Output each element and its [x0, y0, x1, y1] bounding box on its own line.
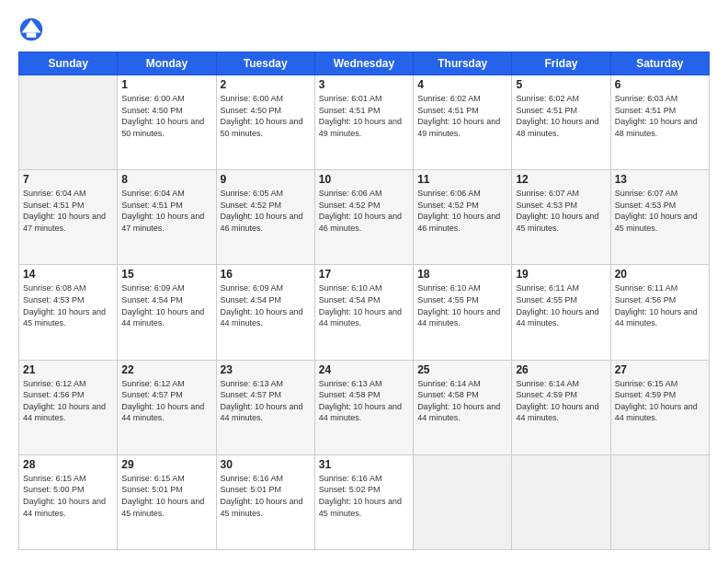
day-number: 29	[121, 458, 211, 471]
day-info: Sunrise: 6:15 AMSunset: 4:59 PMDaylight:…	[615, 378, 705, 424]
week-row-1: 1Sunrise: 6:00 AMSunset: 4:50 PMDaylight…	[19, 75, 710, 170]
calendar-cell: 14Sunrise: 6:08 AMSunset: 4:53 PMDayligh…	[19, 265, 118, 360]
day-info: Sunrise: 6:14 AMSunset: 4:59 PMDaylight:…	[516, 378, 606, 424]
day-info: Sunrise: 6:14 AMSunset: 4:58 PMDaylight:…	[417, 378, 507, 424]
calendar-cell: 22Sunrise: 6:12 AMSunset: 4:57 PMDayligh…	[118, 360, 216, 454]
calendar-cell: 7Sunrise: 6:04 AMSunset: 4:51 PMDaylight…	[19, 170, 118, 265]
day-number: 8	[121, 173, 211, 186]
calendar-cell: 12Sunrise: 6:07 AMSunset: 4:53 PMDayligh…	[512, 170, 610, 265]
calendar-cell	[512, 454, 610, 549]
calendar-cell: 15Sunrise: 6:09 AMSunset: 4:54 PMDayligh…	[118, 265, 216, 360]
day-number: 4	[417, 78, 507, 91]
day-number: 28	[23, 458, 113, 471]
day-number: 15	[121, 268, 211, 281]
day-info: Sunrise: 6:01 AMSunset: 4:51 PMDaylight:…	[319, 93, 409, 139]
day-number: 3	[319, 78, 409, 91]
weekday-header-wednesday: Wednesday	[314, 52, 413, 75]
day-info: Sunrise: 6:02 AMSunset: 4:51 PMDaylight:…	[417, 93, 507, 139]
day-number: 11	[417, 173, 507, 186]
calendar-cell	[414, 454, 512, 549]
day-number: 20	[615, 268, 705, 281]
day-number: 25	[417, 363, 507, 376]
weekday-header-tuesday: Tuesday	[216, 52, 314, 75]
calendar-cell: 26Sunrise: 6:14 AMSunset: 4:59 PMDayligh…	[512, 360, 610, 454]
calendar-cell: 19Sunrise: 6:11 AMSunset: 4:55 PMDayligh…	[512, 265, 610, 360]
day-info: Sunrise: 6:10 AMSunset: 4:54 PMDaylight:…	[319, 282, 409, 328]
calendar-cell: 8Sunrise: 6:04 AMSunset: 4:51 PMDaylight…	[118, 170, 216, 265]
day-info: Sunrise: 6:11 AMSunset: 4:55 PMDaylight:…	[516, 282, 606, 328]
calendar-cell: 5Sunrise: 6:02 AMSunset: 4:51 PMDaylight…	[512, 75, 610, 170]
day-number: 13	[615, 173, 705, 186]
day-info: Sunrise: 6:06 AMSunset: 4:52 PMDaylight:…	[319, 188, 409, 234]
day-info: Sunrise: 6:00 AMSunset: 4:50 PMDaylight:…	[221, 93, 311, 139]
day-info: Sunrise: 6:08 AMSunset: 4:53 PMDaylight:…	[23, 282, 113, 328]
day-number: 31	[319, 458, 409, 471]
calendar-cell: 18Sunrise: 6:10 AMSunset: 4:55 PMDayligh…	[414, 265, 512, 360]
week-row-4: 21Sunrise: 6:12 AMSunset: 4:56 PMDayligh…	[19, 360, 710, 454]
calendar-cell: 28Sunrise: 6:15 AMSunset: 5:00 PMDayligh…	[19, 454, 118, 549]
day-number: 30	[221, 458, 311, 471]
day-number: 17	[319, 268, 409, 281]
calendar-cell: 25Sunrise: 6:14 AMSunset: 4:58 PMDayligh…	[414, 360, 512, 454]
day-number: 18	[417, 268, 507, 281]
day-info: Sunrise: 6:16 AMSunset: 5:01 PMDaylight:…	[221, 473, 311, 519]
day-info: Sunrise: 6:16 AMSunset: 5:02 PMDaylight:…	[319, 473, 409, 519]
day-number: 27	[615, 363, 705, 376]
day-info: Sunrise: 6:13 AMSunset: 4:58 PMDaylight:…	[319, 378, 409, 424]
calendar-cell: 16Sunrise: 6:09 AMSunset: 4:54 PMDayligh…	[216, 265, 314, 360]
calendar-cell: 3Sunrise: 6:01 AMSunset: 4:51 PMDaylight…	[314, 75, 413, 170]
weekday-header-sunday: Sunday	[19, 52, 118, 75]
day-info: Sunrise: 6:07 AMSunset: 4:53 PMDaylight:…	[615, 188, 705, 234]
day-info: Sunrise: 6:12 AMSunset: 4:56 PMDaylight:…	[23, 378, 113, 424]
day-number: 2	[221, 78, 311, 91]
logo	[18, 17, 48, 42]
calendar-cell	[19, 75, 118, 170]
weekday-header-thursday: Thursday	[414, 52, 512, 75]
day-number: 10	[319, 173, 409, 186]
calendar-cell: 30Sunrise: 6:16 AMSunset: 5:01 PMDayligh…	[216, 454, 314, 549]
svg-rect-2	[27, 33, 37, 38]
logo-icon	[18, 17, 44, 42]
day-info: Sunrise: 6:15 AMSunset: 5:00 PMDaylight:…	[23, 473, 113, 519]
calendar-cell: 11Sunrise: 6:06 AMSunset: 4:52 PMDayligh…	[414, 170, 512, 265]
day-number: 26	[516, 363, 606, 376]
weekday-header-saturday: Saturday	[610, 52, 709, 75]
day-info: Sunrise: 6:02 AMSunset: 4:51 PMDaylight:…	[516, 93, 606, 139]
day-info: Sunrise: 6:04 AMSunset: 4:51 PMDaylight:…	[23, 188, 113, 234]
day-number: 23	[221, 363, 311, 376]
day-info: Sunrise: 6:05 AMSunset: 4:52 PMDaylight:…	[221, 188, 311, 234]
day-info: Sunrise: 6:03 AMSunset: 4:51 PMDaylight:…	[615, 93, 705, 139]
calendar-cell: 1Sunrise: 6:00 AMSunset: 4:50 PMDaylight…	[118, 75, 216, 170]
weekday-header-row: SundayMondayTuesdayWednesdayThursdayFrid…	[19, 52, 710, 75]
day-number: 12	[516, 173, 606, 186]
calendar-cell: 21Sunrise: 6:12 AMSunset: 4:56 PMDayligh…	[19, 360, 118, 454]
day-number: 22	[121, 363, 211, 376]
calendar-cell: 10Sunrise: 6:06 AMSunset: 4:52 PMDayligh…	[314, 170, 413, 265]
day-info: Sunrise: 6:15 AMSunset: 5:01 PMDaylight:…	[121, 473, 211, 519]
day-info: Sunrise: 6:10 AMSunset: 4:55 PMDaylight:…	[417, 282, 507, 328]
calendar-cell: 27Sunrise: 6:15 AMSunset: 4:59 PMDayligh…	[610, 360, 709, 454]
day-number: 19	[516, 268, 606, 281]
calendar-cell: 4Sunrise: 6:02 AMSunset: 4:51 PMDaylight…	[414, 75, 512, 170]
day-info: Sunrise: 6:09 AMSunset: 4:54 PMDaylight:…	[121, 282, 211, 328]
week-row-2: 7Sunrise: 6:04 AMSunset: 4:51 PMDaylight…	[19, 170, 710, 265]
calendar-cell	[610, 454, 709, 549]
week-row-5: 28Sunrise: 6:15 AMSunset: 5:00 PMDayligh…	[19, 454, 710, 549]
calendar-cell: 31Sunrise: 6:16 AMSunset: 5:02 PMDayligh…	[314, 454, 413, 549]
calendar-cell: 23Sunrise: 6:13 AMSunset: 4:57 PMDayligh…	[216, 360, 314, 454]
calendar-cell: 6Sunrise: 6:03 AMSunset: 4:51 PMDaylight…	[610, 75, 709, 170]
day-number: 16	[221, 268, 311, 281]
weekday-header-monday: Monday	[118, 52, 216, 75]
day-number: 9	[221, 173, 311, 186]
calendar-cell: 24Sunrise: 6:13 AMSunset: 4:58 PMDayligh…	[314, 360, 413, 454]
day-info: Sunrise: 6:13 AMSunset: 4:57 PMDaylight:…	[221, 378, 311, 424]
calendar-page: SundayMondayTuesdayWednesdayThursdayFrid…	[0, 0, 728, 563]
header	[18, 17, 710, 42]
weekday-header-friday: Friday	[512, 52, 610, 75]
calendar-cell: 9Sunrise: 6:05 AMSunset: 4:52 PMDaylight…	[216, 170, 314, 265]
day-number: 24	[319, 363, 409, 376]
week-row-3: 14Sunrise: 6:08 AMSunset: 4:53 PMDayligh…	[19, 265, 710, 360]
day-number: 21	[23, 363, 113, 376]
day-number: 5	[516, 78, 606, 91]
day-info: Sunrise: 6:12 AMSunset: 4:57 PMDaylight:…	[121, 378, 211, 424]
